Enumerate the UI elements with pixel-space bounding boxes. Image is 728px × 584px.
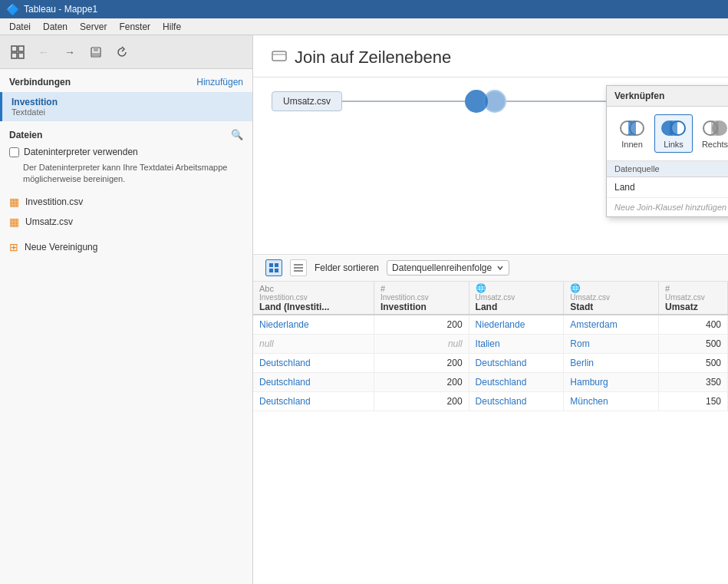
join-type-left[interactable]: Links — [654, 114, 693, 153]
connections-label: Verbindungen — [9, 77, 71, 87]
left-table-name: Umsatz.csv — [283, 96, 331, 107]
col-header-0[interactable]: Abc Investition.csv Land (Investiti... — [253, 282, 374, 315]
file-item-investition[interactable]: ▦ Investition.csv — [0, 192, 252, 212]
col-source-2: Umsatz.csv — [476, 293, 558, 302]
files-search-icon[interactable]: 🔍 — [231, 129, 243, 140]
table-row: Deutschland200DeutschlandBerlin500 — [253, 354, 728, 373]
col-source-0: Investition.csv — [259, 293, 367, 302]
join-type-inner-label: Innen — [621, 140, 643, 149]
table-cell: 150 — [658, 392, 727, 411]
menu-daten[interactable]: Daten — [37, 20, 74, 34]
table-cell: 200 — [374, 392, 469, 411]
svg-rect-6 — [92, 53, 100, 56]
data-table-wrapper: Abc Investition.csv Land (Investiti... #… — [253, 282, 728, 584]
table-cell: 200 — [374, 354, 469, 373]
svg-rect-11 — [269, 269, 273, 272]
table-cell: 200 — [374, 315, 469, 335]
menu-datei[interactable]: Datei — [3, 20, 37, 34]
col-header-2[interactable]: 🌐 Umsatz.csv Land — [469, 282, 564, 315]
menu-fenster[interactable]: Fenster — [113, 20, 156, 34]
refresh-button[interactable] — [112, 42, 132, 62]
app-icon: 🔷 — [6, 3, 19, 15]
save-button[interactable] — [86, 42, 106, 62]
interpreter-checkbox-row: Dateninterpreter verwenden — [0, 144, 252, 160]
clause-left-field: Land — [614, 182, 728, 193]
join-header-icon — [272, 48, 287, 68]
sort-value: Datenquellenreihenfolge — [392, 262, 492, 273]
join-type-right-label: Rechts — [702, 140, 728, 149]
left-table-pill[interactable]: Umsatz.csv — [272, 91, 342, 111]
menu-server[interactable]: Server — [74, 20, 113, 34]
join-dialog: Verknüpfen ✕ Innen — [606, 85, 728, 217]
dialog-column-headers: Datenquelle Investition.csv — [607, 161, 728, 177]
grid-icon[interactable] — [8, 42, 28, 62]
files-label: Dateien — [9, 130, 42, 140]
back-button[interactable]: ← — [34, 42, 54, 62]
join-type-left-label: Links — [664, 140, 684, 149]
col-source-3: Umsatz.csv — [570, 293, 652, 302]
app-container: ← → Verbindungen Hinzufügen In — [0, 35, 728, 584]
join-clause-row[interactable]: Land = Land (Investition.csv) — [607, 177, 728, 198]
connection-item[interactable]: Investition Textdatei — [0, 92, 252, 121]
svg-rect-2 — [12, 53, 17, 58]
dialog-title: Verknüpfen — [614, 91, 664, 101]
svg-rect-7 — [272, 51, 286, 61]
interpreter-note: Der Dateninterpreter kann Ihre Textdatei… — [0, 160, 252, 192]
title-bar: 🔷 Tableau - Mappe1 — [0, 0, 728, 18]
col-type-2: 🌐 — [476, 283, 558, 293]
data-toolbar: Felder sortieren Datenquellenreihenfolge — [253, 254, 728, 282]
window-title: Tableau - Mappe1 — [24, 4, 97, 15]
dialog-col-left: Datenquelle — [614, 164, 728, 173]
join-type-inner[interactable]: Innen — [613, 114, 651, 153]
table-cell: Deutschland — [253, 373, 374, 392]
forward-button[interactable]: → — [60, 42, 80, 62]
table-cell: Niederlande — [253, 315, 374, 335]
sort-label: Felder sortieren — [315, 262, 379, 273]
sort-dropdown[interactable]: Datenquellenreihenfolge — [387, 260, 509, 276]
interpreter-checkbox[interactable] — [9, 147, 19, 157]
table-header-row: Abc Investition.csv Land (Investiti... #… — [253, 282, 728, 315]
grid-view-button[interactable] — [265, 259, 282, 276]
dialog-title-bar: Verknüpfen ✕ — [607, 86, 728, 107]
col-type-4: # — [665, 284, 721, 293]
table-row: Niederlande200NiederlandeAmsterdam400 — [253, 315, 728, 335]
add-clause-button[interactable]: Neue Join-Klausel hinzufügen — [607, 198, 728, 216]
connection-name: Investition — [12, 97, 243, 107]
col-header-1[interactable]: # Investition.csv Investition — [374, 282, 469, 315]
file-name-umsatz: Umsatz.csv — [25, 216, 73, 227]
svg-rect-5 — [94, 48, 98, 51]
new-union-button[interactable]: ⊞ Neue Vereinigung — [0, 235, 252, 259]
svg-rect-1 — [18, 46, 24, 51]
table-cell: München — [564, 392, 659, 411]
col-header-4[interactable]: # Umsatz.csv Umsatz — [658, 282, 727, 315]
file-name-investition: Investition.csv — [25, 196, 83, 207]
connector-line-left — [342, 101, 465, 102]
new-union-label: Neue Vereinigung — [25, 242, 97, 252]
sidebar: ← → Verbindungen Hinzufügen In — [0, 35, 253, 584]
files-header: Dateien 🔍 — [0, 123, 252, 144]
table-cell: 200 — [374, 373, 469, 392]
join-circles-main[interactable] — [465, 88, 506, 114]
join-type-right[interactable]: Rechts — [696, 114, 728, 153]
page-title: Join auf Zeilenebene — [295, 48, 451, 68]
col-type-1: # — [380, 284, 463, 293]
page-header: Join auf Zeilenebene — [253, 35, 728, 78]
table-cell: 350 — [658, 373, 727, 392]
table-cell: Niederlande — [469, 315, 564, 335]
add-connection-link[interactable]: Hinzufügen — [196, 77, 243, 87]
svg-rect-9 — [269, 263, 273, 267]
list-view-button[interactable] — [290, 259, 307, 276]
data-table: Abc Investition.csv Land (Investiti... #… — [253, 282, 728, 411]
menu-hilfe[interactable]: Hilfe — [156, 20, 187, 34]
col-name-3: Stadt — [570, 302, 652, 312]
col-header-3[interactable]: 🌐 Umsatz.csv Stadt — [564, 282, 659, 315]
table-cell: Deutschland — [253, 392, 374, 411]
file-item-umsatz[interactable]: ▦ Umsatz.csv — [0, 212, 252, 232]
table-row: Deutschland200DeutschlandHamburg350 — [253, 373, 728, 392]
table-cell: null — [374, 335, 469, 354]
table-cell: 500 — [658, 335, 727, 354]
col-type-3: 🌐 — [570, 283, 652, 293]
svg-rect-0 — [12, 46, 17, 51]
file-icon-investition: ▦ — [9, 196, 19, 208]
svg-rect-10 — [275, 263, 278, 267]
